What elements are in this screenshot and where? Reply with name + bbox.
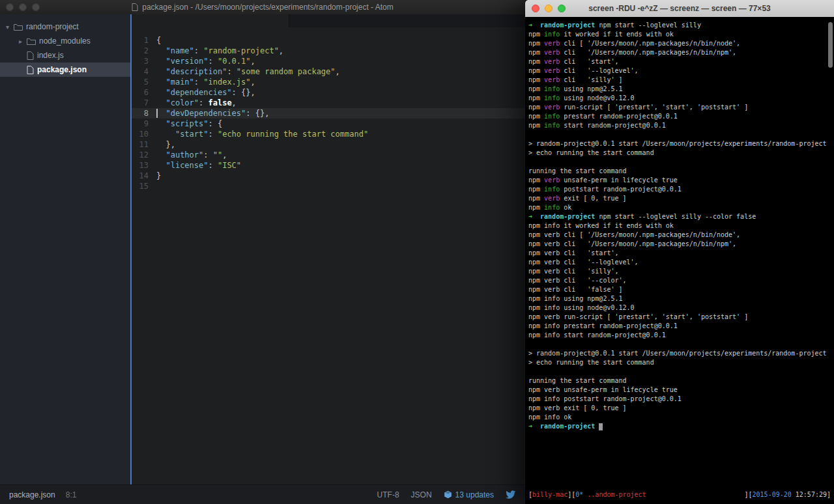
terminal-line: npm verb cli 'start',: [528, 57, 831, 66]
line-number: 6: [132, 87, 156, 98]
text-segment: [156, 57, 165, 66]
text-segment: cli '--loglevel',: [560, 67, 638, 74]
text-segment: [156, 109, 165, 118]
status-left: package.json 8:1: [9, 490, 76, 499]
text-segment: npm info it worked if it ends with ok: [528, 222, 674, 229]
code-line: }: [156, 171, 525, 181]
text-segment: verb: [544, 40, 560, 47]
line-number: 5: [132, 77, 156, 87]
text-segment: poststart random-project@0.0.1: [560, 186, 682, 193]
code-line: "devDependencies": {},: [156, 108, 525, 119]
text-segment: npm verb cli [ '/Users/moon/.npm-package…: [528, 231, 740, 238]
text-segment: :: [199, 98, 208, 107]
terminal-line: npm verb cli [ '/Users/moon/.npm-package…: [528, 231, 831, 240]
text-segment: npm verb cli '/Users/moon/.npm-packages/…: [528, 240, 736, 247]
terminal-line: npm verb cli '--color',: [528, 276, 831, 285]
text-segment: "description": [165, 67, 227, 76]
text-segment: {: [156, 36, 161, 45]
text-segment: cli '/Users/moon/.npm-packages/n/bin/npm…: [560, 49, 736, 56]
text-segment: :: [227, 67, 236, 76]
minimize-button[interactable]: [19, 3, 27, 11]
text-segment: ➜: [528, 21, 540, 29]
text-segment: npm: [528, 176, 544, 184]
line-number: 13: [132, 160, 156, 171]
text-segment: cli 'start',: [560, 58, 618, 65]
bird-icon[interactable]: [506, 490, 516, 499]
text-segment: verb: [544, 104, 560, 111]
text-segment: npm verb exit [ 0, true ]: [528, 404, 627, 412]
text-segment: ,: [279, 46, 283, 55]
text-segment: random-project: [540, 21, 599, 29]
tree-item-index-js[interactable]: index.js: [0, 48, 130, 63]
text-segment: verb: [544, 67, 560, 74]
text-segment: "ISC": [218, 161, 241, 170]
text-segment: npm info start random-project@0.0.1: [528, 331, 666, 339]
tree-item-random-project[interactable]: ▾ random-project: [0, 20, 130, 34]
terminal-titlebar[interactable]: screen -RDU -e^zZ — screenz — screen — 7…: [525, 0, 834, 18]
terminal-line: [528, 340, 831, 349]
text-segment: verb: [544, 49, 560, 56]
text-segment: npm info using npm@2.5.1: [528, 295, 623, 302]
terminal-line: npm verb run-script [ 'prestart', 'start…: [528, 313, 831, 322]
text-segment: npm verb run-script [ 'prestart', 'start…: [528, 313, 748, 320]
text-segment: [156, 119, 165, 128]
editor[interactable]: 123456789101112131415 { "name": "random-…: [132, 27, 525, 484]
tree-item-package-json[interactable]: package.json: [0, 63, 130, 77]
zoom-button[interactable]: [558, 5, 566, 12]
line-number: 3: [132, 56, 156, 66]
terminal-line: > echo running the start command: [528, 148, 831, 158]
text-segment: npm verb cli 'false' ]: [528, 286, 623, 293]
code-line: "description": "some random package",: [156, 66, 525, 77]
minimize-button[interactable]: [545, 5, 553, 12]
gutter[interactable]: 123456789101112131415: [132, 35, 156, 191]
text-segment: ok: [560, 204, 571, 211]
atom-window: package.json - /Users/moon/projects/expe…: [0, 0, 525, 504]
terminal-line: npm info it worked if it ends with ok: [528, 221, 831, 231]
text-segment: "author": [165, 150, 203, 160]
terminal-window: screen -RDU -e^zZ — screenz — screen — 7…: [525, 0, 834, 504]
terminal-scrollbar-thumb[interactable]: [828, 22, 833, 68]
terminal-content[interactable]: ➜ random-project npm start --loglevel si…: [525, 17, 834, 504]
text-segment: npm verb cli 'start',: [528, 249, 618, 257]
text-segment: "color": [165, 98, 199, 107]
text-segment: npm: [528, 85, 544, 92]
code-line: "version": "0.0.1",: [156, 56, 525, 66]
line-number: 1: [132, 35, 156, 46]
text-segment: random-project: [540, 213, 599, 220]
terminal-line: npm info start random-project@0.0.1: [528, 121, 831, 130]
tree-view: ▾ random-project ▸ node_modules index.js…: [0, 14, 130, 484]
line-number: 8: [132, 108, 156, 119]
text-segment: npm: [528, 113, 544, 120]
tab-package-json[interactable]: [132, 14, 289, 27]
window-controls: [532, 5, 566, 12]
text-segment: "license": [165, 161, 208, 170]
code-line: "scripts": {: [156, 119, 525, 129]
text-segment: }: [156, 171, 161, 180]
close-button[interactable]: [532, 5, 539, 12]
text-segment: [156, 98, 165, 107]
close-button[interactable]: [6, 3, 14, 11]
code-line: "dependencies": {},: [156, 87, 525, 98]
terminal-line: running the start command: [528, 376, 831, 385]
code-line: {: [156, 35, 525, 46]
line-number: 14: [132, 171, 156, 181]
window-title: package.json - /Users/moon/projects/expe…: [142, 3, 394, 12]
text-segment: npm start --loglevel silly: [599, 21, 701, 29]
atom-titlebar[interactable]: package.json - /Users/moon/projects/expe…: [0, 0, 525, 15]
text-segment: ,: [222, 150, 227, 160]
text-segment: 12:57:29]: [792, 491, 831, 498]
zoom-button[interactable]: [32, 3, 40, 11]
code-area[interactable]: { "name": "random-project", "version": "…: [156, 35, 525, 191]
tree-item-node-modules[interactable]: ▸ node_modules: [0, 34, 130, 48]
status-grammar[interactable]: JSON: [411, 490, 432, 499]
text-segment: "0.0.1": [218, 57, 251, 66]
updates-button[interactable]: 13 updates: [444, 490, 494, 499]
terminal-line: npm verb cli '--loglevel',: [528, 66, 831, 76]
code-line: "start": "echo running the start command…: [156, 129, 525, 139]
text-segment: npm: [528, 31, 544, 38]
file-icon: [27, 51, 34, 60]
text-segment: it worked if it ends with ok: [560, 31, 674, 38]
code-line: "color": false,: [156, 98, 525, 108]
text-segment: ][: [745, 491, 753, 498]
status-encoding[interactable]: UTF-8: [377, 490, 399, 499]
